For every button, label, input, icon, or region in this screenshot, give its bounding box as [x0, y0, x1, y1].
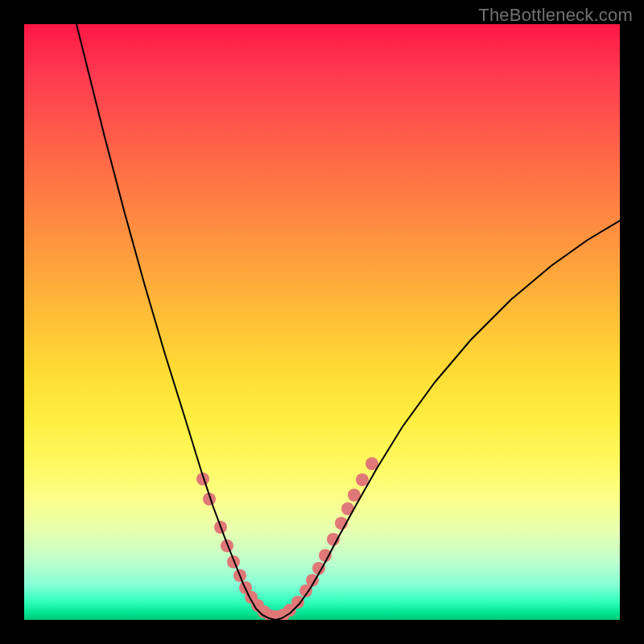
highlight-marker — [356, 473, 369, 486]
highlight-marker — [319, 549, 332, 562]
plot-area — [24, 24, 620, 620]
chart-svg — [24, 24, 620, 620]
left-curve — [76, 24, 275, 620]
marker-layer — [196, 457, 378, 620]
chart-frame: TheBottleneck.com — [0, 0, 644, 644]
watermark-label: TheBottleneck.com — [478, 5, 633, 26]
highlight-marker — [291, 596, 304, 609]
curve-layer — [76, 24, 620, 620]
right-curve — [275, 221, 620, 620]
